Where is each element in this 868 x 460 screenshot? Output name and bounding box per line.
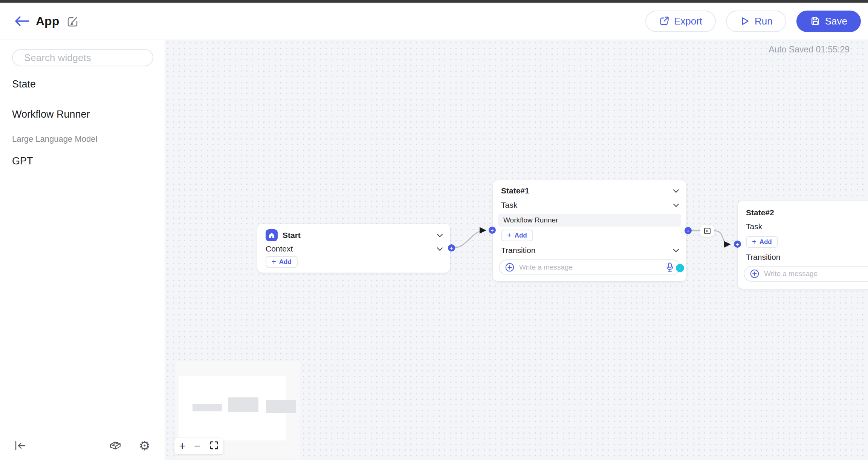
sidebar-item-large-language-model[interactable]: Large Language Model	[12, 134, 97, 144]
plus-icon: +	[272, 258, 276, 265]
search-input[interactable]	[24, 52, 150, 64]
zoom-in-button[interactable]: +	[179, 440, 186, 452]
widget-sidebar: State Workflow Runner Large Language Mod…	[0, 40, 165, 460]
edit-title-button[interactable]	[66, 14, 79, 28]
handle-start-output[interactable]: +	[448, 244, 455, 251]
back-button[interactable]	[13, 12, 31, 30]
minimap-node-state2	[266, 400, 296, 413]
export-button[interactable]: Export	[645, 11, 716, 32]
save-floppy-icon	[810, 16, 821, 26]
plus-icon: +	[450, 245, 453, 251]
state1-transition-row: Transition	[501, 245, 678, 256]
handle-state2-input[interactable]: +	[734, 241, 741, 248]
zoom-out-button[interactable]: −	[194, 440, 201, 452]
plus-icon: +	[491, 227, 494, 233]
run-button-label: Run	[755, 15, 773, 27]
node-title: State#2	[746, 208, 774, 217]
state2-transition-row: Transition	[746, 251, 868, 263]
chevron-down-icon[interactable]	[437, 245, 443, 251]
run-button[interactable]: Run	[726, 11, 786, 32]
state1-add-button[interactable]: + Add	[501, 230, 533, 241]
circle-plus-icon[interactable]	[750, 269, 760, 279]
plus-icon: +	[507, 232, 512, 239]
add-button-label: Add	[279, 258, 292, 266]
node-state1[interactable]: State#1 Task Workflow Runner + Add Trans…	[493, 180, 686, 281]
node-title: Start	[283, 231, 301, 240]
collapse-left-icon	[14, 440, 26, 451]
state1-task-row: Task	[501, 199, 678, 211]
edge-config-badge[interactable]: ‹›	[700, 225, 714, 237]
handle-state1-input[interactable]: +	[489, 227, 496, 234]
zoom-toolbar: + −	[174, 438, 223, 454]
edge-state1-to-state2-right[interactable]	[714, 231, 730, 244]
task-label: Task	[501, 201, 517, 210]
edge-start-to-state1[interactable]	[452, 230, 485, 248]
brick-icon	[108, 440, 122, 451]
edge-config-icon: ‹›	[704, 228, 711, 234]
state2-title-row: State#2	[746, 207, 868, 218]
context-label: Context	[266, 244, 293, 253]
handle-state1-output[interactable]: +	[685, 227, 692, 234]
widgets-library-button[interactable]	[108, 440, 122, 451]
arrow-left-icon	[14, 15, 30, 27]
sidebar-item-state[interactable]: State	[12, 78, 36, 90]
state2-task-row: Task	[746, 221, 868, 232]
plus-icon: +	[752, 238, 756, 245]
widget-search[interactable]	[12, 49, 153, 66]
export-button-label: Export	[674, 15, 702, 27]
add-button-label: Add	[515, 232, 527, 239]
state2-add-button[interactable]: + Add	[746, 236, 778, 248]
state1-title-row: State#1	[501, 185, 678, 196]
minimap-node-start	[193, 404, 222, 411]
plus-icon: +	[686, 228, 690, 233]
sidebar-divider	[8, 99, 156, 99]
node-title: State#1	[501, 186, 529, 195]
chevron-down-icon[interactable]	[437, 231, 443, 237]
state1-message-box[interactable]	[499, 259, 680, 275]
microphone-icon[interactable]	[665, 262, 674, 273]
plus-icon: +	[736, 241, 739, 247]
save-button-label: Save	[825, 15, 847, 27]
start-add-button[interactable]: + Add	[266, 256, 298, 268]
chevron-down-icon[interactable]	[673, 246, 679, 252]
start-title-row: Start	[266, 229, 442, 242]
state2-message-input[interactable]	[764, 270, 868, 278]
window-chrome-strip	[0, 0, 868, 3]
gear-icon: ⚙	[139, 439, 150, 452]
settings-button[interactable]: ⚙	[139, 439, 150, 452]
node-start[interactable]: Start Context + Add	[257, 224, 450, 273]
flow-canvas[interactable]: Auto Saved 01:55:29 Start	[165, 40, 868, 460]
sidebar-footer: ⚙	[0, 431, 165, 460]
chevron-down-icon[interactable]	[673, 201, 679, 207]
autosave-status: Auto Saved 01:55:29	[769, 44, 850, 55]
export-icon	[659, 16, 669, 26]
fit-view-icon	[209, 440, 219, 450]
sidebar-item-workflow-runner[interactable]: Workflow Runner	[12, 109, 90, 120]
status-indicator-dot	[676, 264, 684, 272]
state1-message-input[interactable]	[519, 263, 665, 271]
fit-view-button[interactable]	[209, 440, 219, 452]
add-button-label: Add	[760, 238, 772, 246]
play-icon	[740, 16, 750, 26]
task-item-workflow-runner[interactable]: Workflow Runner	[498, 214, 681, 227]
node-state2[interactable]: State#2 Task + Add Transition	[738, 201, 868, 289]
chevron-down-icon[interactable]	[673, 187, 679, 193]
home-icon	[266, 229, 278, 241]
collapse-sidebar-button[interactable]	[14, 440, 26, 451]
pencil-edit-icon	[67, 15, 79, 27]
state2-message-box[interactable]	[744, 266, 868, 282]
transition-label: Transition	[746, 253, 780, 262]
task-label: Task	[746, 222, 762, 231]
minimap-node-state1	[228, 397, 258, 412]
circle-plus-icon[interactable]	[505, 262, 515, 272]
transition-label: Transition	[501, 246, 535, 255]
page-title: App	[36, 14, 59, 28]
app-header: App Export Run Save	[0, 3, 868, 40]
sidebar-item-gpt[interactable]: GPT	[12, 155, 33, 167]
start-context-row: Context	[266, 243, 442, 255]
save-button[interactable]: Save	[796, 11, 861, 32]
